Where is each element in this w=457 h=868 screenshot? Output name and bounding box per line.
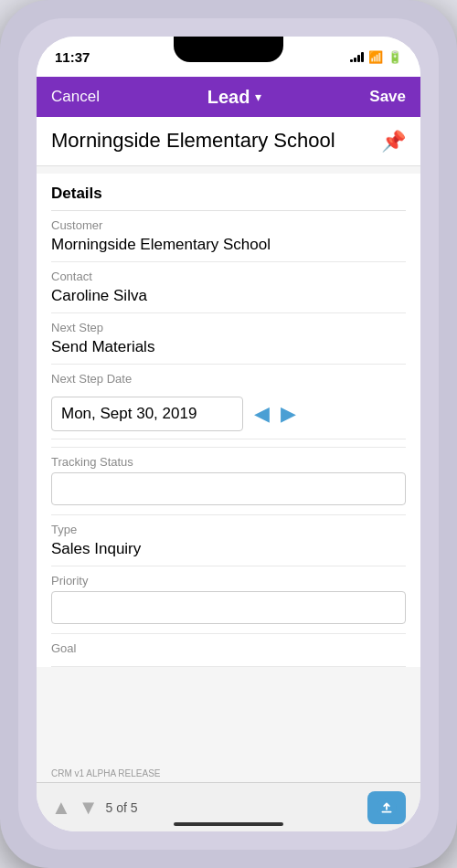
customer-value[interactable]: Morningside Elementary School [51,236,406,254]
next-record-button[interactable]: ▼ [79,796,99,820]
details-section: Details Customer Morningside Elementary … [37,174,420,667]
prev-record-button[interactable]: ▲ [51,796,71,820]
status-time: 11:37 [55,49,90,65]
next-step-field: Next Step Send Materials [51,313,406,365]
upload-button[interactable] [367,791,406,824]
phone-inner: 11:37 📶 🔋 Cancel Lead ▾ Save [18,18,439,850]
signal-icon [350,51,364,62]
nav-title-area: Lead ▾ [207,87,262,108]
notch [174,37,283,62]
save-button[interactable]: Save [369,88,406,106]
priority-label: Priority [51,574,406,587]
version-label: CRM v1 ALPHA RELEASE [51,768,161,778]
home-indicator [174,822,283,826]
status-icons: 📶 🔋 [350,50,402,64]
date-value[interactable]: Mon, Sept 30, 2019 [51,397,243,431]
content-area: Morningside Elementary School 📌 Details … [37,117,420,782]
contact-field: Contact Caroline Silva [51,262,406,313]
field-group: Customer Morningside Elementary School C… [51,210,406,667]
cancel-button[interactable]: Cancel [51,88,100,106]
nav-title: Lead [207,87,250,108]
type-field: Type Sales Inquiry [51,515,406,566]
status-bar: 11:37 📶 🔋 [37,37,420,77]
next-step-value[interactable]: Send Materials [51,338,406,356]
next-step-date-label: Next Step Date [51,372,406,386]
wifi-icon: 📶 [368,50,383,64]
next-step-label: Next Step [51,321,406,334]
goal-field: Goal [51,634,406,667]
tracking-status-label: Tracking Status [51,455,406,469]
type-label: Type [51,523,406,536]
nav-bar: Cancel Lead ▾ Save [37,77,420,117]
customer-label: Customer [51,218,406,232]
next-step-date-field: Next Step Date Mon, Sept 30, 2019 ◀ ▶ [51,365,406,448]
contact-value[interactable]: Caroline Silva [51,287,406,305]
tracking-status-field: Tracking Status [51,448,406,515]
date-prev-button[interactable]: ◀ [254,402,270,426]
tracking-status-value[interactable] [51,472,406,505]
chevron-down-icon[interactable]: ▾ [255,90,261,104]
date-row: Mon, Sept 30, 2019 ◀ ▶ [51,389,406,439]
title-section: Morningside Elementary School 📌 [37,117,420,166]
contact-label: Contact [51,270,406,283]
record-counter: 5 of 5 [106,800,138,815]
record-title: Morningside Elementary School [51,128,374,154]
priority-value[interactable] [51,591,406,624]
bottom-nav-buttons: ▲ ▼ 5 of 5 [51,796,138,820]
screen: 11:37 📶 🔋 Cancel Lead ▾ Save [37,37,420,831]
type-value[interactable]: Sales Inquiry [51,540,406,558]
details-header: Details [51,174,406,210]
priority-field: Priority [51,566,406,634]
customer-field: Customer Morningside Elementary School [51,211,406,262]
pin-icon[interactable]: 📌 [381,130,406,153]
phone-outer: 11:37 📶 🔋 Cancel Lead ▾ Save [0,0,457,868]
battery-icon: 🔋 [388,50,402,64]
goal-label: Goal [51,641,406,655]
date-next-button[interactable]: ▶ [281,402,296,426]
upload-icon [377,798,397,818]
